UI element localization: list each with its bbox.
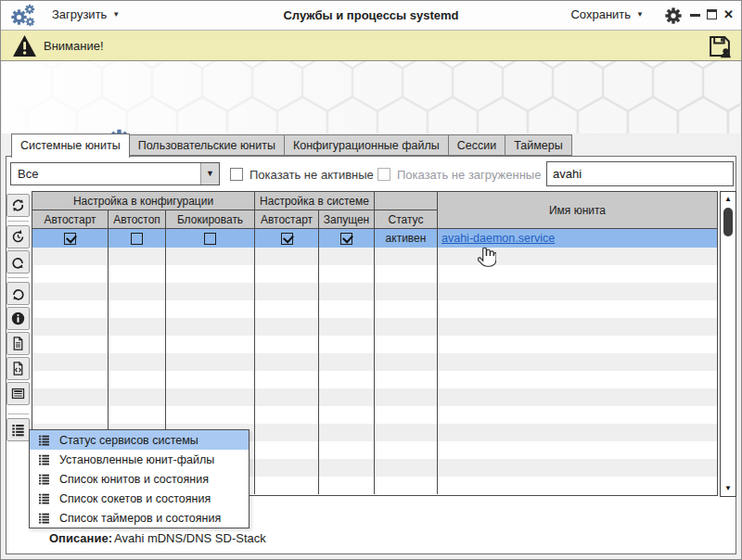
reports-context-menu: Статус сервисов системы Установленные юн…	[29, 429, 249, 528]
table-row-empty[interactable]	[32, 353, 717, 371]
vertical-scrollbar[interactable]: ▲ ▼	[720, 191, 736, 497]
column-header-autostart-sys[interactable]: Автостарт	[255, 210, 319, 229]
table-row-empty[interactable]	[32, 336, 717, 353]
redo-button[interactable]	[6, 250, 30, 274]
reports-list-button[interactable]	[6, 418, 30, 441]
table-row-empty[interactable]	[32, 318, 717, 336]
table-row-empty[interactable]	[32, 406, 717, 424]
column-header-unit-name[interactable]: Имя юнита	[438, 192, 717, 229]
column-header-autostart-conf[interactable]: Автостарт	[32, 210, 109, 229]
table-row-empty[interactable]	[32, 265, 717, 283]
menu-item-sockets-list[interactable]: Список сокетов и состояния	[30, 489, 249, 508]
refresh-button[interactable]	[6, 194, 30, 217]
save-menu-button[interactable]: Сохранить▼	[570, 7, 644, 21]
chevron-down-icon: ▼	[206, 169, 214, 178]
list-icon	[37, 472, 51, 486]
warning-label: Внимание!	[44, 39, 104, 53]
tab-config-files[interactable]: Конфигурационные файлы	[285, 134, 449, 156]
unit-name-link[interactable]: avahi-daemon.service	[441, 232, 555, 245]
list-icon	[37, 452, 51, 466]
table-header: Настройка в конфигурации Настройка в сис…	[32, 192, 717, 229]
scrollbar-thumb[interactable]	[723, 208, 733, 236]
table-row-empty[interactable]	[32, 371, 717, 388]
search-input[interactable]	[546, 161, 734, 186]
block-checkbox[interactable]	[204, 233, 216, 245]
select-dropdown-button[interactable]: ▼	[200, 163, 219, 185]
header-banner: Службы и процессы systemd Настройка рабо…	[2, 61, 740, 134]
maximize-button[interactable]	[707, 9, 717, 19]
show-inactive-checkbox[interactable]	[230, 168, 243, 181]
status-cell: активен	[375, 229, 438, 248]
info-button[interactable]	[6, 307, 30, 330]
autostop-checkbox[interactable]	[131, 233, 143, 245]
scroll-up-icon[interactable]: ▲	[721, 193, 736, 206]
menu-item-timers-list[interactable]: Список таймеров и состояния	[30, 508, 249, 528]
show-inactive-label: Показать не активные	[249, 168, 374, 182]
history-restore-button[interactable]	[6, 225, 30, 248]
show-unloaded-label: Показать не загруженные	[397, 168, 541, 182]
app-window: Загрузить▼ Службы и процессы systemd Сох…	[0, 0, 742, 560]
running-checkbox[interactable]	[340, 233, 352, 245]
window-controls: ✕	[690, 6, 734, 21]
menu-item-units-list[interactable]: Список юнитов и состояния	[30, 469, 249, 489]
table-row-empty[interactable]	[32, 248, 717, 265]
tab-user-units[interactable]: Пользовательские юниты	[130, 134, 285, 156]
group-header-system: Настройка в системе	[255, 192, 375, 210]
tab-timers[interactable]: Таймеры	[505, 134, 572, 156]
warning-bar: Внимание!	[1, 31, 741, 61]
group-header-config: Настройка в конфигурации	[32, 192, 255, 210]
table-row-selected[interactable]: активен avahi-daemon.service	[32, 229, 717, 248]
autostart-conf-checkbox[interactable]	[64, 233, 76, 245]
undo-button[interactable]	[6, 282, 30, 305]
settings-gear-icon[interactable]	[663, 6, 684, 26]
menu-item-services-status[interactable]: Статус сервисов системы	[30, 430, 249, 450]
column-header-block[interactable]: Блокировать	[166, 210, 255, 229]
side-toolbar	[6, 192, 31, 441]
column-header-running[interactable]: Запущен	[319, 210, 375, 229]
table-row-empty[interactable]	[32, 300, 717, 318]
log-view-button[interactable]	[6, 382, 30, 405]
table-row-empty[interactable]	[32, 283, 717, 300]
minimize-button[interactable]	[690, 14, 700, 17]
tab-sessions[interactable]: Сессии	[449, 134, 505, 156]
list-icon	[37, 433, 51, 447]
menu-item-installed-unit-files[interactable]: Установленные юнит-файлы	[30, 450, 249, 469]
close-button[interactable]: ✕	[723, 8, 734, 20]
group-header-empty	[375, 192, 438, 210]
chevron-down-icon: ▼	[112, 10, 120, 19]
app-logo-icon	[10, 4, 40, 29]
list-icon	[37, 511, 51, 525]
titlebar: Загрузить▼ Службы и процессы systemd Сох…	[1, 1, 741, 31]
autostart-sys-checkbox[interactable]	[281, 233, 293, 245]
description-value: Avahi mDNS/DNS SD-Stack	[114, 531, 266, 545]
tab-bar: Системные юниты Пользовательские юниты К…	[11, 134, 572, 158]
show-unloaded-checkbox[interactable]	[377, 168, 390, 181]
column-header-autostop[interactable]: Автостоп	[109, 210, 166, 229]
document-code-button[interactable]	[6, 357, 30, 380]
list-icon	[37, 491, 51, 505]
category-select-value: Все	[18, 167, 38, 181]
warning-icon	[12, 34, 37, 57]
table-row-empty[interactable]	[32, 388, 717, 406]
description-label: Описание:	[49, 531, 112, 545]
hand-cursor-icon	[478, 248, 496, 273]
scroll-down-icon[interactable]: ▼	[721, 482, 736, 495]
category-select[interactable]: Все ▼	[10, 162, 220, 185]
save-changes-icon[interactable]	[707, 33, 733, 59]
chevron-down-icon: ▼	[636, 10, 644, 19]
load-menu-button[interactable]: Загрузить▼	[52, 7, 120, 21]
column-header-status[interactable]: Статус	[375, 210, 438, 229]
document-button[interactable]	[6, 332, 30, 355]
tab-system-units[interactable]: Системные юниты	[11, 134, 130, 158]
